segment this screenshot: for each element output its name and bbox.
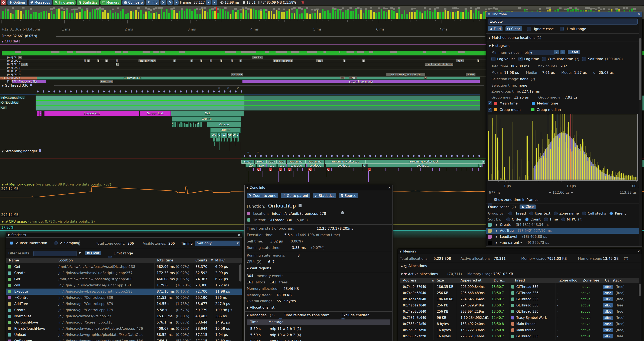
sort-mtpc-radio[interactable] xyxy=(561,217,565,221)
next-frame-button[interactable] xyxy=(206,0,211,5)
table-row[interactable]: 0x7553b9fa9016 bytes153,722,396ns13:50.8… xyxy=(398,327,641,333)
glthread-zone-stack-bright[interactable] xyxy=(36,96,244,111)
reset-button[interactable]: Reset xyxy=(568,50,580,54)
table-row[interactable]: 0x7553b9fa508 bytes153,492,240ns13:50.8M… xyxy=(398,321,641,327)
go-to-parent-button[interactable]: ↑Go to parent xyxy=(281,193,310,198)
compare-button[interactable]: Compare xyxy=(122,0,144,5)
zone[interactable]: ScreenText xyxy=(44,111,139,116)
prev-frame-button[interactable] xyxy=(174,0,178,5)
cpu-zone[interactable]: aud xyxy=(21,63,28,66)
power-button[interactable] xyxy=(1,0,6,5)
zone[interactable]: ScreenText xyxy=(140,111,171,116)
group-zonename-radio[interactable] xyxy=(554,212,558,215)
cpu-zone[interactable]: c xyxy=(240,60,242,62)
table-row[interactable]: 0x7553b9fbf016 bytes296,661,146ns13:50.7… xyxy=(398,333,641,339)
memory-titlebar[interactable]: ▼Memory✕ xyxy=(398,249,642,254)
zone-info-titlebar[interactable]: ▼Zone info✕ xyxy=(245,185,392,190)
collapsed-zone-marker[interactable]: ▽ xyxy=(227,87,229,90)
find-zone-button[interactable]: Find zone xyxy=(53,0,76,5)
statistics-button[interactable]: Statistics xyxy=(313,193,336,198)
cpu-zone[interactable]: c xyxy=(105,60,108,62)
sampling-radio[interactable] xyxy=(54,241,58,245)
group-usertext-radio[interactable] xyxy=(529,212,533,215)
cpu-zone[interactable]: StreamingManager xyxy=(242,80,480,83)
zone[interactable]: Lo xyxy=(232,133,236,138)
zone[interactable]: C xyxy=(269,168,272,171)
alloc-callstack-button[interactable]: alloc xyxy=(603,297,613,301)
collapsed-zone-marker[interactable]: ▽ xyxy=(257,151,259,154)
find-zone-query-input[interactable] xyxy=(488,19,638,25)
log-values-checkbox[interactable] xyxy=(492,57,496,61)
cpu-usage-header[interactable]: ▼ CPU usage (y-range: 0.78%, visible dat… xyxy=(2,219,95,223)
cpu-zone[interactable]: c xyxy=(200,60,202,62)
table-row[interactable]: ~Controljni/../jni/src/guif/Control.cpp:… xyxy=(6,295,242,301)
zone[interactable]: Loa xyxy=(210,133,218,138)
collapsed-zone-marker[interactable]: ▽ xyxy=(218,87,220,90)
table-row[interactable]: Executejni/../jni/src/claw/base/LuaScrip… xyxy=(6,288,242,295)
table-row[interactable]: PrivateTouchMovejni/../jni/src/claw/appl… xyxy=(6,326,242,332)
cpu-zone[interactable]: c xyxy=(97,60,99,62)
wait-regions-toggle[interactable]: ▶ Wait regions xyxy=(247,266,271,270)
scrollbar-thumb[interactable] xyxy=(639,38,642,100)
zone[interactable]: Strea xyxy=(266,160,276,164)
minus-button[interactable]: - xyxy=(554,50,559,54)
alloc-callstack-button[interactable]: alloc xyxy=(603,316,613,320)
cpu-zone[interactable]: c xyxy=(362,60,364,62)
cpu-zone[interactable]: mi:t xyxy=(456,60,464,62)
zone[interactable]: C xyxy=(327,168,330,171)
cpu-zone[interactable]: audios xyxy=(252,56,263,59)
zone[interactable]: Loi xyxy=(221,133,228,138)
cpu-zone[interactable]: Ti xyxy=(340,77,344,79)
cpu-zone[interactable]: c xyxy=(174,60,176,62)
find-button[interactable]: Find xyxy=(488,26,502,31)
zone[interactable]: ( xyxy=(40,111,42,116)
zoom-tool-button[interactable] xyxy=(167,0,172,5)
table-row[interactable]: Createjni/../jni/src/guif/Control.cpp:17… xyxy=(6,307,242,313)
clear-button[interactable]: Clear xyxy=(85,251,101,255)
plus-button[interactable]: + xyxy=(560,50,565,54)
cpu-zone[interactable]: cds_ol_rx_threa xyxy=(273,60,293,62)
cpu-zone[interactable]: c xyxy=(190,60,193,62)
clipboard-icon[interactable] xyxy=(298,203,302,207)
collapsed-zone-marker[interactable]: ▽ xyxy=(247,151,249,154)
memory-table-header[interactable]: Address ▲ Size Appeared at Dura... Threa… xyxy=(400,278,639,283)
table-row[interactable]: calljni/../jni/../../../src/claw/base/Lu… xyxy=(6,282,242,288)
cpu-zone[interactable]: A xyxy=(424,77,427,79)
found-zone-row[interactable]: ▶<no parent>(9) 225.73 µs xyxy=(486,240,639,246)
alloc-callstack-button[interactable]: alloc xyxy=(603,285,613,289)
zone[interactable]: !S xyxy=(37,111,40,116)
cpu-zone[interactable]: audio.se xyxy=(231,73,243,76)
source-button[interactable]: Source xyxy=(339,193,358,198)
zone[interactable]: Streaming worker tas xyxy=(324,160,366,164)
alloc-callstack-button[interactable]: alloc xyxy=(603,322,613,326)
ignore-case-checkbox[interactable] xyxy=(527,27,531,31)
group-mean-checkbox[interactable] xyxy=(488,108,492,112)
alloc-callstack-button[interactable]: alloc xyxy=(603,303,613,307)
close-icon[interactable]: ✕ xyxy=(637,249,640,253)
cpu-zone[interactable]: audio xyxy=(466,73,476,76)
table-row[interactable]: 0x74ab1be040186.68 KB294,645,364ns13:50.… xyxy=(398,296,641,302)
self-time-checkbox[interactable] xyxy=(582,57,586,61)
close-icon[interactable]: ✕ xyxy=(388,186,391,190)
zone[interactable]: C xyxy=(308,168,312,171)
cpu-zone[interactable]: c xyxy=(231,60,233,62)
zone[interactable]: Queue xyxy=(210,128,240,133)
cpu-zone[interactable]: c xyxy=(116,60,118,62)
scrollbar-thumb[interactable] xyxy=(239,264,242,281)
zone[interactable]: C xyxy=(368,168,371,171)
table-row[interactable]: 0x74a9d37040186.35 KB295,999,844ns13:50.… xyxy=(398,284,641,290)
active-allocations-toggle[interactable]: ▼ ♥ Active allocations xyxy=(401,272,438,276)
matched-locations-toggle[interactable]: ▶ Matched source locations (1) xyxy=(489,36,541,40)
cpu-zone[interactable]: c xyxy=(87,60,90,62)
table-row[interactable]: Get/mnt/e/claw/src/claw/base/Registry.hp… xyxy=(6,276,242,282)
zone[interactable]: Streaming xyxy=(286,160,305,164)
sort-order-radio[interactable] xyxy=(506,217,510,221)
table-row[interactable]: OnRedrawjni/../jni/src/claw/application/… xyxy=(6,338,242,341)
sort-count-radio[interactable] xyxy=(525,217,529,221)
filter-funnel-icon[interactable]: ▼ xyxy=(79,252,81,255)
cpu-zone-glthread[interactable] xyxy=(37,77,480,80)
zone[interactable]: Create xyxy=(172,116,241,122)
log-time-checkbox[interactable] xyxy=(518,57,522,61)
messages-button[interactable]: Messages xyxy=(28,0,52,5)
zone[interactable]: Streaming xyxy=(306,160,324,164)
